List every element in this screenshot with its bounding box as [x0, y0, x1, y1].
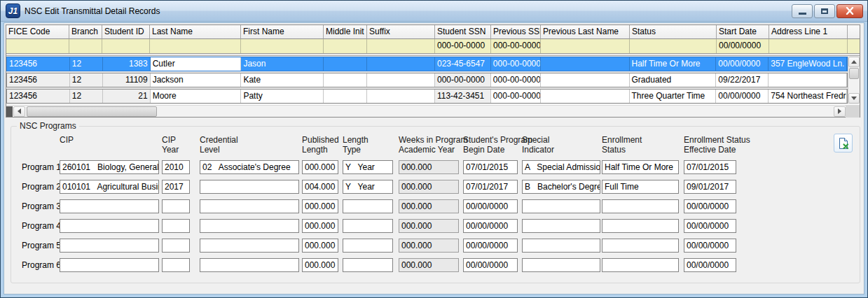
cell-student-id[interactable]: 11109: [103, 73, 151, 87]
cell-address-line-1[interactable]: 357 EngleWood Ln.: [769, 57, 847, 71]
column-header-first-name[interactable]: First Name: [241, 25, 324, 39]
grid-vertical-scrollbar[interactable]: [848, 57, 860, 104]
cip-input[interactable]: [60, 258, 159, 272]
column-header-last-name[interactable]: Last Name: [150, 25, 241, 39]
cip-input[interactable]: [60, 239, 159, 253]
cell-address-line-1[interactable]: 754 Northeast Fredrick: [769, 90, 847, 103]
column-header-branch[interactable]: Branch: [69, 25, 102, 39]
filter-fice-code[interactable]: [6, 39, 69, 53]
cell-fice-code[interactable]: 123456: [7, 90, 70, 103]
scroll-up-button[interactable]: [848, 57, 860, 67]
titlebar[interactable]: J1 NSC Edit Transmittal Detail Records: [1, 1, 867, 22]
column-header-address-line-1[interactable]: Address Line 1: [769, 25, 848, 39]
column-header-fice-code[interactable]: FICE Code: [6, 25, 69, 39]
column-header-student-id[interactable]: Student ID: [102, 25, 150, 39]
cip-year-input[interactable]: 2010: [162, 160, 190, 174]
enrollment-status-input[interactable]: [602, 219, 679, 233]
scroll-left-button[interactable]: [13, 106, 25, 117]
column-header-student-ssn[interactable]: Student SSN: [435, 25, 491, 39]
column-header-previous-ssn[interactable]: Previous SSN: [491, 25, 541, 39]
column-header-middle-init[interactable]: Middle Init: [324, 25, 367, 39]
filter-student-id[interactable]: [102, 39, 150, 53]
filter-status[interactable]: [630, 39, 717, 53]
filter-address-line-1[interactable]: [769, 39, 848, 53]
cell-previous-ssn[interactable]: 000-00-0000: [491, 90, 541, 103]
enrollment-status-input[interactable]: [602, 199, 679, 213]
cell-student-id[interactable]: 1383: [103, 57, 151, 71]
grid-row[interactable]: 123456121383CutlerJason023-45-6547000-00…: [6, 57, 848, 71]
published-length-input[interactable]: 000.000: [302, 199, 338, 213]
credential-level-input[interactable]: [200, 219, 299, 233]
column-header-previous-last-name[interactable]: Previous Last Name: [541, 25, 630, 39]
filter-suffix[interactable]: [367, 39, 435, 53]
cell-branch[interactable]: 12: [70, 57, 103, 71]
close-button[interactable]: [836, 4, 863, 18]
cell-start-date[interactable]: 09/22/2017: [716, 73, 769, 87]
cell-status[interactable]: Half Time Or More: [630, 57, 717, 71]
enrollment-status-input[interactable]: Full Time: [602, 180, 679, 194]
cip-year-input[interactable]: [162, 239, 190, 253]
enrollment-effective-date-input[interactable]: 00/00/0000: [684, 239, 736, 253]
cell-student-ssn[interactable]: 000-00-0000: [435, 73, 491, 87]
enrollment-status-input[interactable]: Half Time Or More: [602, 160, 679, 174]
cell-start-date[interactable]: 00/00/0000: [716, 90, 769, 103]
filter-student-ssn[interactable]: 000-00-0000: [435, 39, 491, 53]
enrollment-effective-date-input[interactable]: 00/00/0000: [684, 258, 736, 272]
restore-button[interactable]: [814, 4, 835, 18]
published-length-input[interactable]: 000.000: [302, 239, 338, 253]
grid-row[interactable]: 1234561221MoorePatty113-42-3451000-00-00…: [6, 89, 848, 104]
credential-level-input[interactable]: [200, 258, 299, 272]
special-indicator-input[interactable]: [522, 219, 600, 233]
horizontal-scroll-thumb[interactable]: [27, 106, 157, 117]
cip-input[interactable]: [60, 199, 159, 213]
cell-previous-last-name[interactable]: [541, 73, 630, 87]
minimize-button[interactable]: [792, 4, 813, 18]
filter-previous-last-name[interactable]: [541, 39, 630, 53]
published-length-input[interactable]: 004.000: [302, 180, 338, 194]
column-header-start-date[interactable]: Start Date: [717, 25, 769, 39]
grid-row[interactable]: 1234561211109JacksonKate000-00-0000000-0…: [6, 73, 848, 87]
enrollment-status-input[interactable]: [602, 258, 679, 272]
cip-year-input[interactable]: [162, 199, 190, 213]
cell-fice-code[interactable]: 123456: [7, 73, 70, 87]
length-type-input[interactable]: [343, 219, 393, 233]
published-length-input[interactable]: 000.000: [302, 160, 338, 174]
cell-middle-init[interactable]: [324, 57, 367, 71]
cell-address-line-1[interactable]: [769, 73, 847, 87]
cell-suffix[interactable]: [367, 73, 435, 87]
cell-student-ssn[interactable]: 023-45-6547: [435, 57, 491, 71]
length-type-input[interactable]: [343, 199, 393, 213]
special-indicator-input[interactable]: [522, 258, 600, 272]
cell-start-date[interactable]: 00/00/0000: [716, 57, 769, 71]
published-length-input[interactable]: 000.000: [302, 258, 338, 272]
vertical-scroll-thumb[interactable]: [849, 68, 859, 79]
program-begin-date-input[interactable]: 07/01/2017: [463, 180, 518, 194]
credential-level-input[interactable]: [200, 180, 299, 194]
program-begin-date-input[interactable]: 00/00/0000: [463, 239, 518, 253]
filter-last-name[interactable]: [150, 39, 241, 53]
column-header-suffix[interactable]: Suffix: [367, 25, 435, 39]
cell-status[interactable]: Three Quarter Time: [630, 90, 717, 103]
column-header-status[interactable]: Status: [630, 25, 717, 39]
cell-fice-code[interactable]: 123456: [7, 57, 70, 71]
cip-input[interactable]: 260101 Biology, General: [60, 160, 159, 174]
cell-middle-init[interactable]: [324, 90, 367, 103]
program-begin-date-input[interactable]: 07/01/2015: [463, 160, 518, 174]
special-indicator-input[interactable]: A Special Admission Associa: [522, 160, 600, 174]
filter-start-date[interactable]: 00/00/0000: [717, 39, 769, 53]
cip-year-input[interactable]: 2017: [162, 180, 190, 194]
filter-branch[interactable]: [69, 39, 102, 53]
cell-status[interactable]: Graduated: [630, 73, 717, 87]
program-begin-date-input[interactable]: 00/00/0000: [463, 219, 518, 233]
credential-level-input[interactable]: [200, 239, 299, 253]
export-to-excel-button[interactable]: [834, 134, 853, 152]
length-type-input[interactable]: Y Year: [343, 160, 393, 174]
program-begin-date-input[interactable]: 00/00/0000: [463, 199, 518, 213]
cip-year-input[interactable]: [162, 258, 190, 272]
credential-level-input[interactable]: 02 Associate's Degree: [200, 160, 299, 174]
cell-first-name[interactable]: Kate: [241, 73, 324, 87]
cip-input[interactable]: 010101 Agricultural Business: [60, 180, 159, 194]
cell-previous-last-name[interactable]: [541, 57, 630, 71]
cell-student-ssn[interactable]: 113-42-3451: [435, 90, 491, 103]
scroll-right-button[interactable]: [834, 106, 846, 117]
